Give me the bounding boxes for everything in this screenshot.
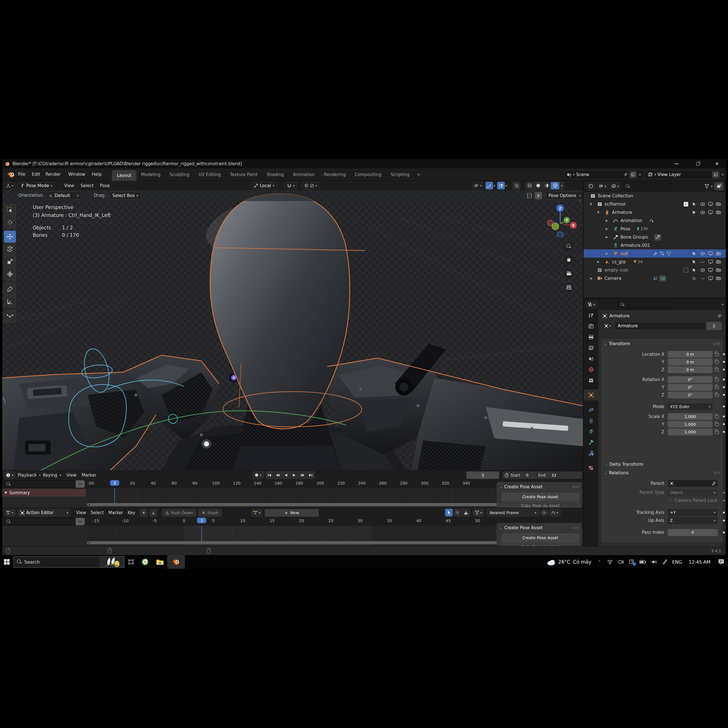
scene-selector[interactable]: ▾ Scene ✕ (564, 170, 644, 179)
menu-dope-view[interactable]: View (76, 510, 86, 515)
expander-icon[interactable]: ▶ (606, 227, 608, 230)
expander-icon[interactable]: ▶ (597, 260, 600, 263)
jump-end-button[interactable] (307, 471, 315, 479)
menu-playback[interactable]: Playback (18, 473, 37, 478)
row-label[interactable]: Scene Collection (598, 193, 633, 199)
outliner-row[interactable]: ▶Bone Groups (584, 233, 726, 241)
restore-button[interactable] (691, 159, 704, 168)
close-button[interactable]: ✕ (710, 159, 723, 168)
hide-eye-icon[interactable] (700, 268, 705, 272)
row-label[interactable]: Bone Groups (621, 235, 648, 240)
navigation-gizmo[interactable]: Z Y X (544, 203, 578, 237)
dope-body[interactable]: -15-10-5051015202530354045503 ↔ ⌄Create … (2, 517, 583, 546)
taskbar-app-explorer[interactable] (153, 555, 167, 569)
dope-search[interactable] (4, 518, 76, 525)
disable-render-icon[interactable] (716, 202, 721, 206)
properties-options-dropdown[interactable]: ▾ (722, 303, 723, 306)
selectable-icon[interactable] (692, 202, 696, 206)
expander-icon[interactable]: ▶ (606, 219, 608, 222)
menu-help[interactable]: Help (92, 172, 101, 177)
mode-selector[interactable]: Pose Mode ▾ (18, 182, 55, 190)
menu-window[interactable]: Window (68, 172, 85, 177)
new-scene-button[interactable] (629, 171, 637, 178)
keying-type-dropdown[interactable]: ▾ (251, 509, 263, 517)
relations-title[interactable]: Relations (609, 470, 629, 476)
remove-view-layer-icon[interactable]: ✕ (721, 172, 724, 177)
clock[interactable]: 12:45 AM (689, 559, 710, 565)
pose-options[interactable]: Pose Options ▾ (545, 192, 583, 200)
disable-render-icon[interactable] (716, 277, 721, 280)
tool-select-box[interactable] (4, 204, 16, 216)
current-frame-pill[interactable]: 3 (110, 480, 119, 486)
pan-button[interactable] (564, 255, 574, 265)
disable-render-icon[interactable] (716, 268, 721, 272)
object-data-icon-dropdown[interactable]: ▾ (602, 322, 613, 330)
menu-keying[interactable]: Keying (43, 473, 57, 478)
camera-device-icon[interactable] (618, 559, 624, 564)
proportional-dope-toggle[interactable] (540, 509, 548, 517)
taskbar-app-blender[interactable] (167, 555, 185, 569)
outliner-row[interactable]: ▶cs_grp24 (584, 258, 726, 266)
language-indicator[interactable]: ENG (672, 559, 682, 565)
disable-render-icon[interactable] (716, 252, 721, 255)
jump-start-button[interactable] (266, 471, 273, 479)
menu-view[interactable]: View (64, 183, 74, 188)
hide-eye-icon[interactable] (700, 252, 705, 255)
current-frame-pill[interactable]: 3 (197, 518, 206, 523)
push-down-button[interactable]: Push Down (162, 509, 196, 517)
outliner-row[interactable]: ▼Armature (584, 208, 726, 216)
taskbar-search[interactable]: Search (14, 556, 125, 567)
shading-rendered[interactable] (551, 182, 559, 190)
tab-constraint-properties[interactable] (584, 415, 598, 426)
tab-object-properties[interactable] (584, 390, 598, 401)
disable-render-icon[interactable] (716, 210, 721, 214)
object-visibility-dropdown[interactable]: ▾ (472, 182, 484, 190)
selectable-icon[interactable] (692, 268, 696, 272)
zoom-button[interactable] (564, 242, 574, 251)
selectable-icon[interactable] (692, 276, 696, 280)
tab-bone-constraint-properties[interactable] (584, 448, 598, 459)
tab-physics-properties[interactable] (584, 404, 598, 415)
tool-measure[interactable] (4, 295, 16, 307)
start-button[interactable] (0, 555, 14, 569)
main-splitter[interactable] (583, 181, 584, 546)
delta-transform[interactable]: Delta Transform (609, 462, 643, 467)
expander-icon[interactable]: ▶ (606, 252, 608, 255)
outliner-row[interactable]: Armature.001 (584, 241, 726, 249)
row-label[interactable]: Camera (604, 276, 621, 281)
volume-icon[interactable] (651, 559, 658, 564)
shading-solid[interactable] (534, 182, 542, 190)
interpolation-dropdown[interactable]: ▾ (549, 509, 560, 517)
dope-ruler[interactable]: -15-10-5051015202530354045503 (2, 517, 583, 526)
row-label[interactable]: Pose (621, 226, 630, 231)
timeline-body[interactable]: -202040608010012014016018020022024026028… (2, 480, 583, 508)
dope-editor-type[interactable]: ▾ (4, 509, 15, 517)
timeline-editor-type[interactable]: ▾ (4, 471, 15, 479)
filter-dropdown[interactable]: ▾ (473, 509, 484, 517)
timeline-ruler[interactable]: -202040608010012014016018020022024026028… (2, 480, 583, 488)
menu-tl-marker[interactable]: Marker (82, 473, 96, 478)
auto-key-toggle[interactable]: ▾ (252, 471, 264, 479)
row-label[interactable]: Armature.001 (621, 243, 650, 248)
overlays-toggle[interactable] (497, 182, 505, 190)
blender-logo-icon[interactable] (7, 171, 15, 178)
ortho-toggle-button[interactable] (564, 282, 574, 292)
shading-wireframe[interactable] (525, 182, 534, 190)
hide-eye-icon[interactable] (700, 202, 705, 206)
tab-view-layer-properties[interactable] (584, 343, 598, 353)
outliner-filter-icon[interactable] (704, 184, 709, 188)
camera-view-button[interactable] (564, 269, 574, 278)
disable-viewport-icon[interactable] (708, 251, 713, 255)
properties-editor-type[interactable]: ▾ (586, 301, 597, 309)
new-action-button[interactable]: +New (265, 509, 319, 517)
viewport[interactable]: Orientation: Default ▾ Drag: Select Box … (2, 190, 583, 470)
next-keyframe-button[interactable] (298, 471, 306, 479)
tab-texture-paint[interactable]: Texture Paint (225, 168, 262, 181)
search-highlight-image[interactable] (99, 557, 124, 567)
properties-search[interactable] (618, 301, 672, 308)
hide-eye-icon[interactable] (700, 210, 705, 214)
tab-scene-properties[interactable] (584, 353, 598, 364)
move-channel-down[interactable]: ▼ (140, 509, 147, 517)
minimize-button[interactable] (670, 159, 683, 168)
playhead[interactable] (114, 488, 115, 503)
